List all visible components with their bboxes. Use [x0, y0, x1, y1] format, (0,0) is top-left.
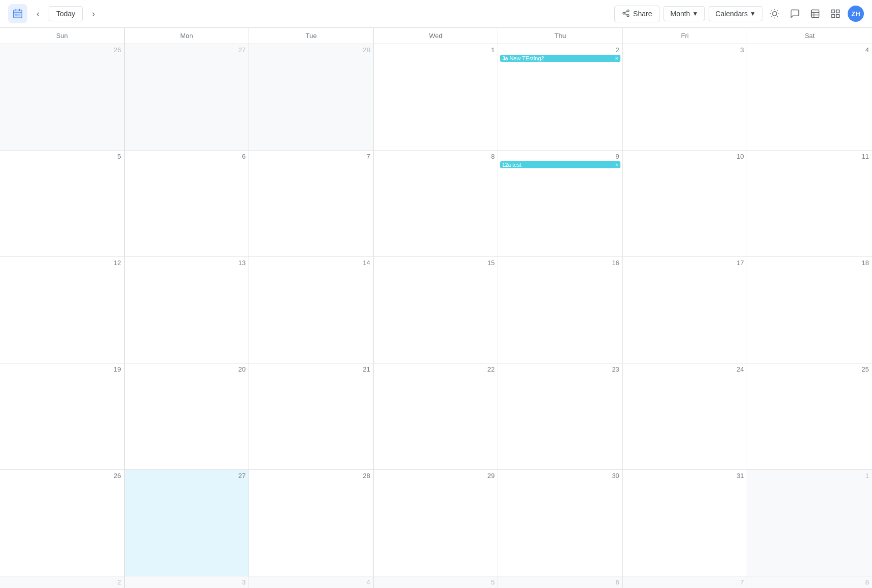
overflow-day-cell[interactable]: 2: [0, 576, 125, 588]
overflow-day-number: 6: [501, 578, 619, 586]
overflow-day-cell[interactable]: 8: [747, 576, 872, 588]
day-cell[interactable]: 4: [747, 44, 872, 150]
svg-point-13: [773, 12, 777, 16]
day-cell[interactable]: 18: [747, 257, 872, 363]
day-number: 11: [749, 152, 870, 160]
day-cell[interactable]: 8: [374, 151, 499, 256]
day-cell[interactable]: 13: [125, 257, 250, 363]
overflow-day-cell[interactable]: 3: [125, 576, 250, 588]
overflow-day-cell[interactable]: 5: [374, 576, 499, 588]
event-bar[interactable]: 12atest×: [500, 161, 620, 168]
day-header-mon: Mon: [125, 28, 250, 44]
day-cell[interactable]: 30: [498, 470, 623, 576]
app-header: ‹ Today › Share Month ▼ Calendars ▼: [0, 0, 872, 28]
day-number: 15: [376, 258, 496, 267]
event-bar[interactable]: 3aNew TEsting2×: [500, 55, 620, 62]
svg-rect-2: [14, 12, 22, 13]
overflow-row: 2345678: [0, 576, 872, 588]
tasks-button[interactable]: [807, 6, 823, 22]
overflow-day-cell[interactable]: 7: [623, 576, 748, 588]
day-number: 8: [376, 152, 496, 160]
day-cell[interactable]: 11: [747, 151, 872, 256]
month-label: Month: [670, 10, 690, 18]
event-close-button[interactable]: ×: [613, 56, 618, 61]
day-cell[interactable]: 24: [623, 363, 748, 469]
day-number: 24: [625, 364, 745, 373]
calendars-button[interactable]: Calendars ▼: [709, 6, 762, 21]
day-cell[interactable]: 22: [374, 363, 499, 469]
overflow-day-cell[interactable]: 4: [249, 576, 374, 588]
svg-line-21: [777, 11, 778, 11]
month-view-button[interactable]: Month ▼: [664, 6, 705, 21]
week-row-1: 5678912atest×1011: [0, 151, 872, 257]
week-row-3: 19202122232425: [0, 363, 872, 470]
day-number: 22: [376, 364, 496, 373]
day-header-sun: Sun: [0, 28, 125, 44]
svg-rect-22: [812, 10, 819, 18]
day-cell[interactable]: 14: [249, 257, 374, 363]
next-button[interactable]: ›: [89, 7, 98, 21]
svg-rect-29: [836, 15, 840, 18]
day-cell[interactable]: 6: [125, 151, 250, 256]
header-left: ‹ Today ›: [8, 4, 614, 23]
overflow-day-number: 5: [377, 578, 495, 586]
day-cell[interactable]: 29: [374, 470, 499, 576]
day-number: 14: [251, 258, 371, 267]
day-cell[interactable]: 20: [125, 363, 250, 469]
day-number: 1: [376, 45, 496, 54]
day-cell[interactable]: 912atest×: [498, 151, 623, 256]
day-cell[interactable]: 12: [0, 257, 125, 363]
day-number: 4: [749, 45, 870, 54]
day-number: 5: [2, 152, 122, 160]
day-cell[interactable]: 3: [623, 44, 748, 150]
overflow-day-number: 2: [3, 578, 121, 586]
svg-rect-28: [832, 15, 835, 18]
day-cell[interactable]: 21: [249, 363, 374, 469]
day-cell[interactable]: 1: [747, 470, 872, 576]
day-cell[interactable]: 31: [623, 470, 748, 576]
event-title: New TEsting2: [509, 55, 613, 61]
day-cell[interactable]: 1: [374, 44, 499, 150]
day-number: 13: [127, 258, 247, 267]
day-cell[interactable]: 5: [0, 151, 125, 256]
event-close-button[interactable]: ×: [613, 162, 618, 168]
day-cell[interactable]: 28: [249, 470, 374, 576]
theme-toggle-button[interactable]: [766, 6, 783, 22]
prev-button[interactable]: ‹: [33, 7, 43, 21]
svg-rect-0: [14, 10, 22, 18]
app-logo: [8, 4, 27, 23]
day-number: 29: [376, 471, 496, 480]
today-button[interactable]: Today: [49, 6, 83, 21]
day-number: 28: [251, 471, 371, 480]
day-cell[interactable]: 19: [0, 363, 125, 469]
day-header-sat: Sat: [747, 28, 872, 44]
share-label: Share: [633, 10, 652, 18]
day-cell[interactable]: 23: [498, 363, 623, 469]
share-button[interactable]: Share: [614, 6, 659, 22]
day-cell[interactable]: 26: [0, 470, 125, 576]
avatar[interactable]: ZH: [848, 6, 864, 22]
day-number: 9: [500, 152, 620, 160]
day-cell[interactable]: 17: [623, 257, 748, 363]
chat-button[interactable]: [787, 6, 803, 22]
svg-line-12: [625, 11, 627, 13]
event-title: test: [512, 162, 613, 168]
day-cell[interactable]: 15: [374, 257, 499, 363]
svg-rect-6: [17, 14, 19, 16]
day-cell[interactable]: 27: [125, 44, 250, 150]
day-cell[interactable]: 23aNew TEsting2×: [498, 44, 623, 150]
day-cell[interactable]: 26: [0, 44, 125, 150]
overflow-day-cell[interactable]: 6: [498, 576, 623, 588]
svg-line-20: [772, 16, 772, 17]
day-cell[interactable]: 7: [249, 151, 374, 256]
day-cell[interactable]: 10: [623, 151, 748, 256]
day-cell[interactable]: 16: [498, 257, 623, 363]
day-number: 1: [749, 471, 870, 480]
grid-button[interactable]: [827, 6, 844, 22]
day-cell[interactable]: 28: [249, 44, 374, 150]
day-cell[interactable]: 27: [125, 470, 250, 576]
day-number: 27: [127, 471, 247, 480]
overflow-day-number: 8: [750, 578, 869, 586]
day-cell[interactable]: 25: [747, 363, 872, 469]
chevron-down-icon: ▼: [750, 10, 756, 17]
